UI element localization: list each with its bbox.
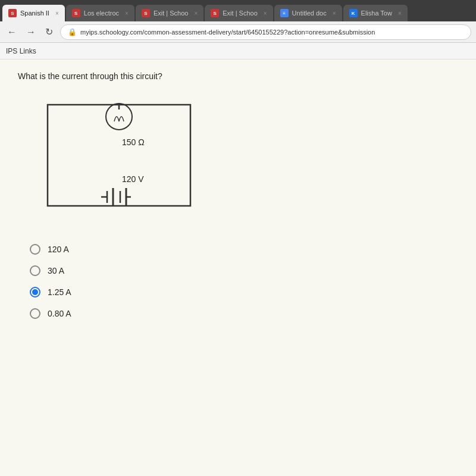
- page-icon: 🔒: [68, 28, 77, 36]
- option-d[interactable]: 0.80 A: [30, 308, 458, 319]
- tab-doc[interactable]: ≡ Untitled doc ×: [274, 5, 342, 21]
- radio-c-fill: [32, 289, 38, 295]
- option-a-label: 120 A: [48, 245, 69, 254]
- tab-label-exit1: Exit | Schoo: [154, 10, 189, 17]
- radio-a[interactable]: [30, 244, 40, 255]
- tab-label-spanish: Spanish II: [20, 10, 49, 17]
- circuit-diagram: 150 Ω 120 V: [30, 93, 208, 224]
- tab-label-exit2: Exit | Schoo: [223, 10, 258, 17]
- address-bar-row: ← → ↻ 🔒 myips.schoology.com/common-asses…: [0, 21, 476, 43]
- tab-favicon-elisha: K: [349, 9, 358, 17]
- option-c-label: 1.25 A: [48, 287, 71, 297]
- tab-close-spanish[interactable]: ×: [55, 10, 59, 17]
- tab-label-electroc: Los electroc: [84, 10, 119, 17]
- address-bar[interactable]: 🔒 myips.schoology.com/common-assessment-…: [60, 24, 471, 40]
- answer-choices: 120 A 30 A 1.25 A 0.80 A: [18, 244, 458, 319]
- tab-favicon-exit2: S: [211, 9, 219, 17]
- option-b[interactable]: 30 A: [30, 265, 458, 276]
- svg-text:150 Ω: 150 Ω: [122, 137, 145, 147]
- option-c[interactable]: 1.25 A: [30, 287, 458, 298]
- tab-favicon-spanish: S: [8, 9, 17, 17]
- radio-b[interactable]: [30, 265, 40, 276]
- tab-close-exit1[interactable]: ×: [194, 10, 198, 17]
- option-b-label: 30 A: [48, 266, 64, 275]
- radio-c[interactable]: [30, 287, 40, 298]
- tab-favicon-doc: ≡: [280, 9, 289, 17]
- back-button[interactable]: ←: [5, 26, 19, 39]
- bookmark-ips-links[interactable]: IPS Links: [6, 47, 36, 55]
- question-text: What is the current through this circuit…: [18, 71, 458, 81]
- tab-electroc[interactable]: S Los electroc ×: [66, 5, 134, 21]
- option-a[interactable]: 120 A: [30, 244, 458, 255]
- tab-spanish[interactable]: S Spanish II ×: [2, 5, 65, 21]
- tab-close-exit2[interactable]: ×: [264, 10, 267, 17]
- tab-close-elisha[interactable]: ×: [398, 10, 402, 17]
- tab-elisha[interactable]: K Elisha Tow ×: [343, 5, 408, 21]
- circuit-container: 150 Ω 120 V: [30, 93, 220, 226]
- tab-label-elisha: Elisha Tow: [361, 10, 392, 17]
- tab-favicon-exit1: S: [142, 9, 150, 17]
- refresh-button[interactable]: ↻: [43, 25, 55, 39]
- tab-close-doc[interactable]: ×: [333, 10, 336, 17]
- tab-exit1[interactable]: S Exit | Schoo ×: [136, 5, 203, 21]
- tab-bar: S Spanish II × S Los electroc × S Exit |…: [0, 0, 476, 21]
- forward-button[interactable]: →: [24, 26, 38, 39]
- tab-favicon-electroc: S: [72, 9, 80, 17]
- tab-exit2[interactable]: S Exit | Schoo ×: [205, 5, 273, 21]
- page-content: What is the current through this circuit…: [0, 60, 476, 476]
- svg-text:120 V: 120 V: [122, 174, 144, 184]
- radio-d[interactable]: [30, 308, 40, 319]
- tab-close-electroc[interactable]: ×: [125, 10, 129, 17]
- browser-frame: S Spanish II × S Los electroc × S Exit |…: [0, 0, 476, 476]
- address-text: myips.schoology.com/common-assessment-de…: [80, 29, 375, 36]
- tab-label-doc: Untitled doc: [292, 10, 327, 17]
- bookmarks-bar: IPS Links: [0, 43, 476, 60]
- option-d-label: 0.80 A: [48, 309, 71, 318]
